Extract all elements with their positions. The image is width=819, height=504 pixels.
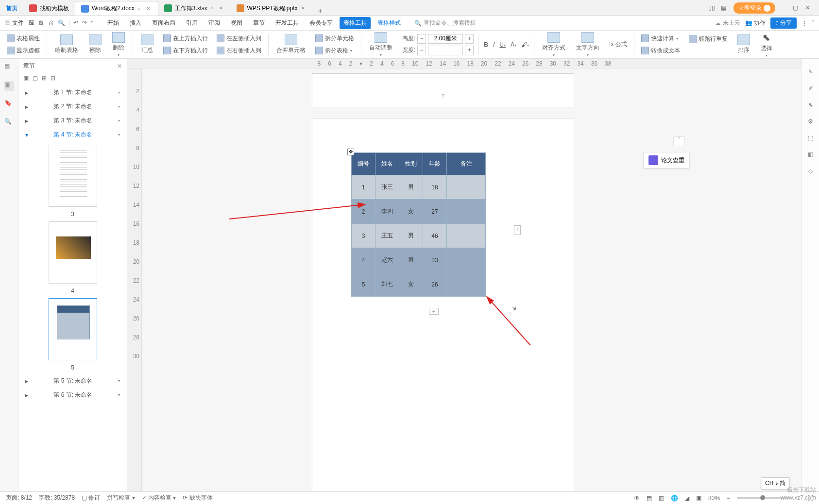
cell[interactable] <box>447 200 486 224</box>
cell[interactable]: 张三 <box>375 175 399 200</box>
cell[interactable] <box>447 224 486 248</box>
cell[interactable]: 李四 <box>375 200 399 224</box>
zoom-fit-icon[interactable]: ▣ <box>696 495 701 502</box>
add-column-button[interactable]: + <box>514 225 521 235</box>
section-node[interactable]: ▸ 第 6 节: 未命名▾ <box>21 388 124 402</box>
tool-pen-icon[interactable]: ✐ <box>808 85 813 92</box>
tool-settings-icon[interactable]: ⚙ <box>808 118 813 125</box>
tab-document-2[interactable]: 工作簿3.xlsx ○ ✕ <box>158 1 231 16</box>
grid-icon[interactable]: ▦ <box>721 4 729 12</box>
minimize-icon[interactable]: — <box>780 4 788 12</box>
merge-cells-button[interactable]: 合并单元格 <box>273 34 308 55</box>
cell[interactable]: 5 <box>352 272 375 297</box>
show-gridlines-button[interactable]: 显示虚框 <box>5 46 42 56</box>
tool-style-icon[interactable]: ✎ <box>808 68 813 75</box>
close-icon[interactable]: ✕ <box>805 4 813 12</box>
tool-misc-icon[interactable]: ◇ <box>808 168 813 174</box>
tab-home[interactable]: 首页 <box>0 1 23 16</box>
section-node[interactable]: ▸ 第 5 节: 未命名▾ <box>21 374 124 388</box>
float-panel-paper-check[interactable]: 论文查重 <box>643 152 690 168</box>
collapse-all-icon[interactable]: ▣ <box>23 75 29 82</box>
status-font-missing[interactable]: ⟳ 缺失字体 <box>183 494 212 502</box>
fill-color-button[interactable]: 🖌▾ <box>521 41 529 48</box>
coop-button[interactable]: 👥 协作 <box>745 19 766 27</box>
page-thumb-active[interactable] <box>49 298 97 360</box>
split-cells-button[interactable]: 拆分单元格 <box>313 34 356 44</box>
expand-all-icon[interactable]: ▢ <box>33 75 38 82</box>
summary-button[interactable]: 汇总 <box>138 34 156 55</box>
font-color-button[interactable]: A▾ <box>511 41 516 48</box>
autofit-button[interactable]: 自动调整▾ <box>366 31 395 58</box>
header-cell[interactable]: 年龄 <box>423 153 447 175</box>
section-node[interactable]: ▸ 第 1 节: 未命名▾ <box>21 85 124 100</box>
panel-toggle-button[interactable]: ˆ <box>673 136 685 146</box>
page-thumb[interactable] <box>49 221 97 284</box>
cell[interactable]: 2 <box>352 200 375 224</box>
width-dec-button[interactable]: − <box>417 46 426 55</box>
table-resize-handle[interactable]: ⇲ <box>511 306 517 313</box>
header-cell[interactable]: 备注 <box>447 153 486 175</box>
add-row-button[interactable]: + <box>429 308 439 315</box>
tab-member[interactable]: 会员专享 <box>306 17 337 29</box>
height-inc-button[interactable]: + <box>465 34 474 44</box>
cell[interactable]: 46 <box>423 224 447 248</box>
save-icon[interactable]: 🖫 <box>29 19 34 27</box>
cell[interactable]: 男 <box>399 175 423 200</box>
cell[interactable]: 郑七 <box>375 272 399 297</box>
tab-reference[interactable]: 引用 <box>182 17 202 29</box>
select-button[interactable]: ⬉选择▾ <box>758 31 775 59</box>
height-input[interactable] <box>428 34 463 44</box>
page-thumb[interactable] <box>49 145 97 207</box>
cell[interactable]: 赵六 <box>375 248 399 272</box>
convert-to-text-button[interactable]: 转换成文本 <box>639 46 682 56</box>
vertical-ruler[interactable]: 24681012141618202224262830 <box>127 68 142 498</box>
split-table-button[interactable]: 拆分表格▾ <box>313 46 356 56</box>
formula-button[interactable]: fx 公式 <box>607 39 629 50</box>
ribbon-collapse-icon[interactable]: ˆ <box>812 20 814 27</box>
cell[interactable]: 26 <box>423 272 447 297</box>
close-panel-icon[interactable]: ✕ <box>117 63 122 69</box>
cell[interactable]: 33 <box>423 248 447 272</box>
cell[interactable]: 女 <box>399 272 423 297</box>
cloud-status[interactable]: ☁ 未上云 <box>715 19 740 27</box>
header-cell[interactable]: 姓名 <box>375 153 399 175</box>
section-node[interactable]: ▸ 第 3 节: 未命名▾ <box>21 114 124 128</box>
view-eye-icon[interactable]: 👁 <box>634 495 640 502</box>
tab-devtools[interactable]: 开发工具 <box>272 17 303 29</box>
cell[interactable] <box>447 175 486 200</box>
document-area[interactable]: 8642▾2468101214161820222426283032343638 … <box>127 59 802 498</box>
cell[interactable]: 27 <box>423 200 447 224</box>
eraser-button[interactable]: 擦除 <box>86 34 104 55</box>
menu-more-icon[interactable]: ⋮ <box>802 20 807 27</box>
status-page[interactable]: 页面: 8/12 <box>6 494 32 502</box>
quick-calc-button[interactable]: 快速计算▾ <box>639 34 682 44</box>
insert-column-right-button[interactable]: 在右侧插入列 <box>215 46 263 56</box>
share-button[interactable]: ⤴ 分享 <box>770 17 797 29</box>
redo-icon[interactable]: ↷ <box>82 19 87 27</box>
header-cell[interactable]: 性别 <box>399 153 423 175</box>
section-node-active[interactable]: ▾ 第 4 节: 未命名▾ <box>21 128 124 142</box>
underline-button[interactable]: U▾ <box>499 41 506 48</box>
draw-table-button[interactable]: 绘制表格 <box>52 34 81 55</box>
maximize-icon[interactable]: ▢ <box>793 4 801 12</box>
header-repeat-button[interactable]: 标题行重复 <box>687 34 730 44</box>
tool-select-icon[interactable]: ⬉ <box>808 101 813 108</box>
insert-row-above-button[interactable]: 在上方插入行 <box>161 34 210 44</box>
width-inc-button[interactable]: + <box>465 46 474 55</box>
cell[interactable]: 女 <box>399 200 423 224</box>
tab-close-icon[interactable]: ✕ <box>219 5 225 11</box>
add-section-icon[interactable]: ⊞ <box>42 75 47 82</box>
saveas-icon[interactable]: 🗎 <box>38 19 44 27</box>
tab-chapter[interactable]: 章节 <box>249 17 269 29</box>
view-read-icon[interactable]: ▥ <box>659 495 664 502</box>
tab-review[interactable]: 审阅 <box>205 17 224 29</box>
horizontal-ruler[interactable]: 8642▾2468101214161820222426283032343638 <box>127 59 802 68</box>
cell[interactable]: 男 <box>399 248 423 272</box>
tab-document-1[interactable]: Word教程2.docx ○ ✕ <box>75 1 158 16</box>
status-words[interactable]: 字数: 35/2878 <box>39 494 75 502</box>
tab-pagelayout[interactable]: 页面布局 <box>148 17 179 29</box>
insert-column-left-button[interactable]: 在左侧插入列 <box>215 34 263 44</box>
italic-button[interactable]: I <box>493 41 495 48</box>
view-page-icon[interactable]: ▤ <box>647 495 652 502</box>
status-track[interactable]: ▢ 修订 <box>82 494 100 502</box>
